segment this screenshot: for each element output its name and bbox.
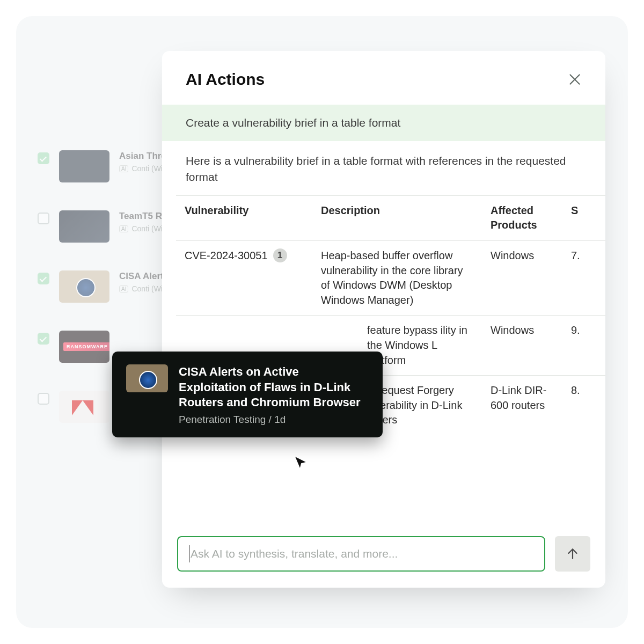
cve-affected: Windows bbox=[482, 316, 562, 375]
article-thumbnail bbox=[59, 150, 109, 182]
cve-score: 8. bbox=[562, 376, 605, 435]
cve-id: CVE-2024-30051 bbox=[185, 248, 268, 264]
tooltip-thumbnail bbox=[126, 364, 168, 392]
article-checkbox[interactable] bbox=[38, 393, 49, 405]
ai-chip: AI bbox=[119, 286, 128, 292]
panel-title: AI Actions bbox=[186, 70, 265, 89]
article-checkbox[interactable] bbox=[38, 152, 49, 164]
article-thumbnail bbox=[59, 270, 109, 303]
article-thumbnail bbox=[59, 210, 109, 243]
col-vulnerability: Vulnerability bbox=[176, 196, 312, 240]
arrow-up-icon bbox=[566, 547, 580, 561]
ref-badge[interactable]: 1 bbox=[273, 248, 287, 262]
ai-actions-panel: AI Actions Create a vulnerability brief … bbox=[162, 51, 605, 588]
article-preview-tooltip: CISA Alerts on Active Exploitation of Fl… bbox=[112, 352, 383, 437]
col-affected: Affected Products bbox=[482, 196, 562, 240]
cve-affected: Windows bbox=[482, 241, 562, 315]
col-score: S bbox=[562, 196, 605, 240]
close-icon[interactable] bbox=[568, 72, 582, 86]
ask-ai-input[interactable]: Ask AI to synthesis, translate, and more… bbox=[177, 536, 545, 572]
article-thumbnail bbox=[59, 331, 109, 363]
cve-score: 9. bbox=[562, 316, 605, 375]
ai-chip: AI bbox=[119, 165, 128, 172]
cve-score: 7. bbox=[562, 241, 605, 315]
cve-affected: D-Link DIR-600 routers bbox=[482, 376, 562, 435]
cursor-icon bbox=[294, 455, 308, 469]
cve-description: Heap-based buffer overflow vulnerability… bbox=[312, 241, 482, 315]
article-checkbox[interactable] bbox=[38, 273, 49, 284]
article-checkbox[interactable] bbox=[38, 213, 49, 224]
input-placeholder: Ask AI to synthesis, translate, and more… bbox=[191, 547, 398, 560]
send-button[interactable] bbox=[555, 536, 590, 572]
article-checkbox[interactable] bbox=[38, 333, 49, 345]
response-intro: Here is a vulnerability brief in a table… bbox=[162, 141, 605, 195]
tooltip-meta: Penetration Testing / 1d bbox=[179, 414, 369, 426]
ai-chip: AI bbox=[119, 225, 128, 232]
table-header-row: Vulnerability Description Affected Produ… bbox=[176, 196, 605, 241]
tooltip-title: CISA Alerts on Active Exploitation of Fl… bbox=[179, 364, 369, 411]
prompt-strip: Create a vulnerability brief in a table … bbox=[162, 105, 605, 141]
table-row: CVE-2024-30051 1 Heap-based buffer overf… bbox=[176, 241, 605, 316]
col-description: Description bbox=[312, 196, 482, 240]
article-thumbnail bbox=[59, 391, 109, 423]
